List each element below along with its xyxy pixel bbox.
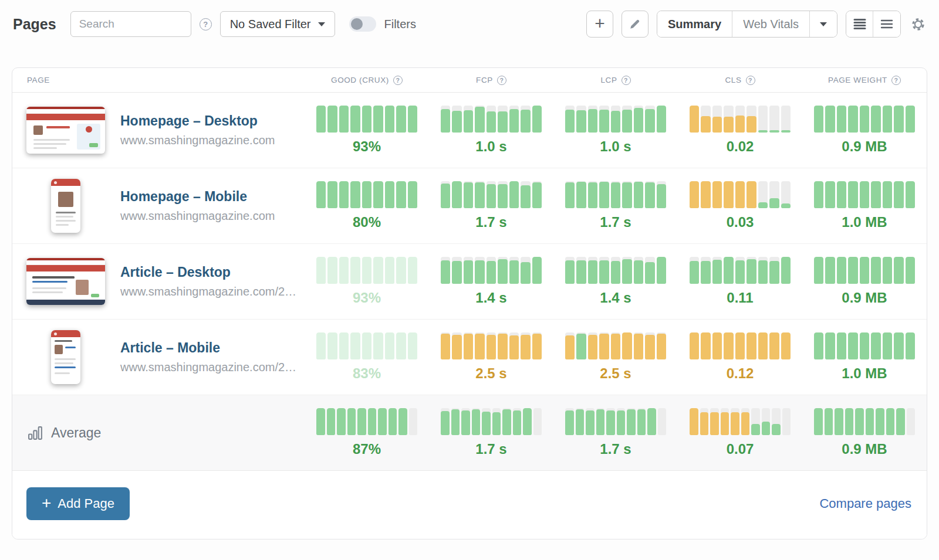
bar-fill <box>886 408 895 435</box>
page-name-link[interactable]: Article – Desktop <box>120 264 296 280</box>
metric-value: 93% <box>353 138 381 155</box>
bar <box>835 408 843 435</box>
tab-summary[interactable]: Summary <box>657 11 732 37</box>
bar <box>327 106 337 133</box>
comfortable-view-button[interactable] <box>873 11 900 37</box>
bar-fill <box>690 261 699 284</box>
table-row[interactable]: Article – Mobilewww.smashingmagazine.com… <box>12 320 927 395</box>
page-cell: Homepage – Mobilewww.smashingmagazine.co… <box>12 179 305 233</box>
bar-fill <box>906 106 915 133</box>
bar-fill <box>645 182 654 208</box>
bar <box>461 408 470 435</box>
bar-fill <box>883 332 892 359</box>
bar-fill <box>611 182 620 208</box>
table-row[interactable]: Article – Desktopwww.smashingmagazine.co… <box>12 244 927 320</box>
metric-value: 0.02 <box>727 138 754 155</box>
bar-fill <box>825 408 833 435</box>
bar-fill <box>731 412 739 435</box>
bar-fill <box>472 409 481 435</box>
metric-bar-chart <box>690 181 791 208</box>
settings-button[interactable] <box>910 16 926 32</box>
metric-bar-chart <box>316 408 417 435</box>
help-icon[interactable]: ? <box>746 76 755 85</box>
page-name-link[interactable]: Homepage – Mobile <box>120 189 275 205</box>
bar <box>451 408 460 435</box>
bar <box>611 332 620 359</box>
filters-toggle[interactable] <box>349 16 376 32</box>
page-url: www.smashingmagazine.com <box>120 209 275 223</box>
bar-fill <box>894 257 903 284</box>
compare-pages-link[interactable]: Compare pages <box>819 496 911 511</box>
table-row[interactable]: Homepage – Mobilewww.smashingmagazine.co… <box>12 168 927 244</box>
table-row[interactable]: Homepage – Desktopwww.smashingmagazine.c… <box>12 93 927 168</box>
bar <box>896 408 905 435</box>
edit-button[interactable] <box>622 11 648 38</box>
help-icon[interactable]: ? <box>622 76 631 85</box>
bar <box>521 332 530 359</box>
bar <box>362 257 371 284</box>
bar <box>747 181 756 208</box>
bar-fill <box>837 257 846 284</box>
bar <box>886 408 895 435</box>
add-button[interactable]: + <box>586 11 613 38</box>
bar <box>492 408 501 435</box>
bar-fill <box>408 181 417 208</box>
bar <box>772 408 781 435</box>
saved-filter-dropdown[interactable]: No Saved Filter <box>220 11 335 37</box>
bar-fill <box>741 412 750 435</box>
metric-value: 1.7 s <box>475 441 506 457</box>
bar-fill <box>611 261 620 284</box>
bar <box>622 106 631 133</box>
metric-cell-good: 87% <box>305 408 429 457</box>
page-name-link[interactable]: Homepage – Desktop <box>120 113 275 129</box>
bar-fill <box>724 257 733 284</box>
bar-fill <box>464 182 473 208</box>
bar-fill <box>588 335 597 359</box>
bar <box>316 181 326 208</box>
bar <box>721 408 729 435</box>
metric-bar-chart <box>316 181 417 208</box>
bar <box>700 408 709 435</box>
bar <box>452 181 461 208</box>
bar-fill <box>622 110 631 133</box>
bar-fill <box>316 257 326 284</box>
bar-fill <box>599 260 609 284</box>
page-url: www.smashingmagazine.com/2… <box>120 361 296 374</box>
bar-fill <box>781 203 791 208</box>
bar-fill <box>769 261 779 284</box>
view-dropdown-button[interactable] <box>810 11 837 37</box>
dense-view-button[interactable] <box>846 11 873 37</box>
bar-fill <box>588 182 597 208</box>
bar-fill <box>521 335 530 359</box>
tab-web-vitals[interactable]: Web Vitals <box>732 11 810 37</box>
search-help-icon[interactable]: ? <box>200 18 212 30</box>
bar <box>408 181 417 208</box>
metric-value: 1.0 MB <box>842 214 887 230</box>
bar-fill <box>316 408 325 435</box>
help-icon[interactable]: ? <box>497 76 506 85</box>
metric-value: 0.12 <box>727 365 754 382</box>
bar-fill <box>327 332 337 359</box>
bar <box>883 106 892 133</box>
bar <box>599 181 609 208</box>
bar-fill <box>860 181 869 208</box>
bar <box>876 408 884 435</box>
metric-value: 93% <box>353 290 381 306</box>
bar-fill <box>747 259 756 284</box>
bar <box>487 332 496 359</box>
metric-bar-chart <box>441 257 542 284</box>
bar-fill <box>532 257 542 284</box>
help-icon[interactable]: ? <box>891 76 901 85</box>
bar-fill <box>350 332 360 359</box>
metric-value: 0.9 MB <box>842 138 887 155</box>
bar-fill <box>645 262 654 284</box>
bar <box>441 106 450 133</box>
page-cell: Article – Desktopwww.smashingmagazine.co… <box>12 258 305 305</box>
help-icon[interactable]: ? <box>393 76 403 85</box>
bar-fill <box>464 260 473 284</box>
bar <box>825 106 835 133</box>
search-input[interactable] <box>70 11 191 37</box>
bar <box>657 332 666 359</box>
add-page-button[interactable]: + Add Page <box>26 487 130 520</box>
page-name-link[interactable]: Article – Mobile <box>120 340 296 356</box>
